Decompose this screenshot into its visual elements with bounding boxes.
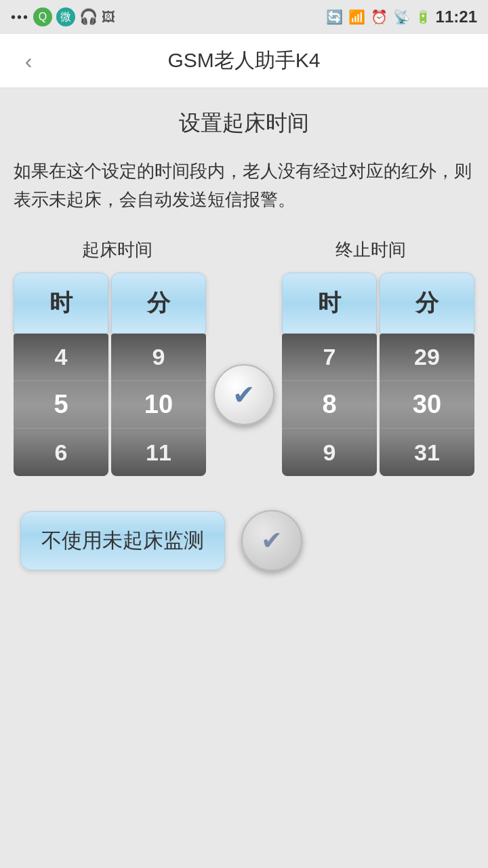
start-minute-header: 分 [111, 273, 206, 334]
start-hour-val-1[interactable]: 5 [14, 381, 108, 429]
end-hour-header: 时 [282, 273, 377, 334]
end-minute-column[interactable]: 分 29 30 31 [380, 273, 474, 476]
signal-icon: 📶 [348, 9, 365, 25]
main-content: 设置起床时间 如果在这个设定的时间段内，老人没有经过对应的红外，则表示未起床，会… [0, 88, 488, 598]
end-hour-val-0[interactable]: 7 [282, 334, 377, 381]
section-title: 设置起床时间 [14, 108, 474, 138]
start-hour-values: 4 5 6 [14, 334, 108, 476]
start-minute-values: 9 10 11 [111, 334, 206, 476]
start-time-group: 时 4 5 6 分 9 10 11 [14, 273, 206, 476]
status-left: ••• Q 微 🎧 🖼 [11, 7, 115, 26]
start-time-columns: 时 4 5 6 分 9 10 11 [14, 273, 206, 476]
alarm-icon: ⏰ [371, 9, 388, 25]
start-minute-val-1[interactable]: 10 [111, 381, 206, 429]
back-button[interactable]: ‹ [14, 46, 43, 76]
start-time-label: 起床时间 [82, 239, 152, 260]
battery-icon: 🔋 [415, 9, 430, 24]
end-hour-column[interactable]: 时 7 8 9 [282, 273, 377, 476]
start-hour-val-2[interactable]: 6 [14, 429, 108, 476]
end-minute-val-2[interactable]: 31 [380, 429, 474, 476]
disable-monitoring-button[interactable]: 不使用未起床监测 [20, 511, 225, 570]
end-minute-header: 分 [380, 273, 474, 334]
headphone-icon: 🎧 [79, 8, 98, 26]
confirm-button[interactable]: ✔ [214, 364, 274, 425]
end-minute-val-0[interactable]: 29 [380, 334, 474, 381]
end-hour-values: 7 8 9 [282, 334, 377, 476]
wifi-icon: 📡 [393, 9, 410, 25]
disable-confirm-button[interactable]: ✔ [241, 510, 302, 571]
disable-checkmark-icon: ✔ [261, 526, 283, 555]
page-title: GSM老人助手K4 [43, 47, 445, 75]
status-right: 🔄 📶 ⏰ 📡 🔋 11:21 [326, 7, 477, 26]
start-minute-column[interactable]: 分 9 10 11 [111, 273, 206, 476]
end-hour-val-2[interactable]: 9 [282, 429, 377, 476]
app-icon-2: 微 [56, 7, 75, 26]
back-chevron-icon: ‹ [25, 50, 33, 72]
time-pickers-row: 时 4 5 6 分 9 10 11 [14, 273, 474, 476]
checkmark-icon: ✔ [232, 379, 256, 410]
end-minute-val-1[interactable]: 30 [380, 381, 474, 429]
end-hour-val-1[interactable]: 8 [282, 381, 377, 429]
start-minute-val-2[interactable]: 11 [111, 429, 206, 476]
end-time-label: 终止时间 [336, 239, 406, 260]
end-time-group: 时 7 8 9 分 29 30 31 [282, 273, 474, 476]
start-hour-val-0[interactable]: 4 [14, 334, 108, 381]
status-dots: ••• [11, 9, 29, 25]
disable-monitoring-row: 不使用未起床监测 ✔ [14, 510, 474, 571]
top-bar: ‹ GSM老人助手K4 [0, 34, 488, 88]
end-minute-values: 29 30 31 [380, 334, 474, 476]
description-text: 如果在这个设定的时间段内，老人没有经过对应的红外，则表示未起床，会自动发送短信报… [14, 157, 474, 214]
start-hour-column[interactable]: 时 4 5 6 [14, 273, 108, 476]
end-time-columns: 时 7 8 9 分 29 30 31 [282, 273, 474, 476]
image-icon: 🖼 [102, 9, 115, 25]
status-time: 11:21 [436, 7, 477, 26]
sync-icon: 🔄 [326, 9, 343, 25]
start-minute-val-0[interactable]: 9 [111, 334, 206, 381]
status-bar: ••• Q 微 🎧 🖼 🔄 📶 ⏰ 📡 🔋 11:21 [0, 0, 488, 34]
app-icon-1: Q [33, 7, 52, 26]
start-hour-header: 时 [14, 273, 108, 334]
